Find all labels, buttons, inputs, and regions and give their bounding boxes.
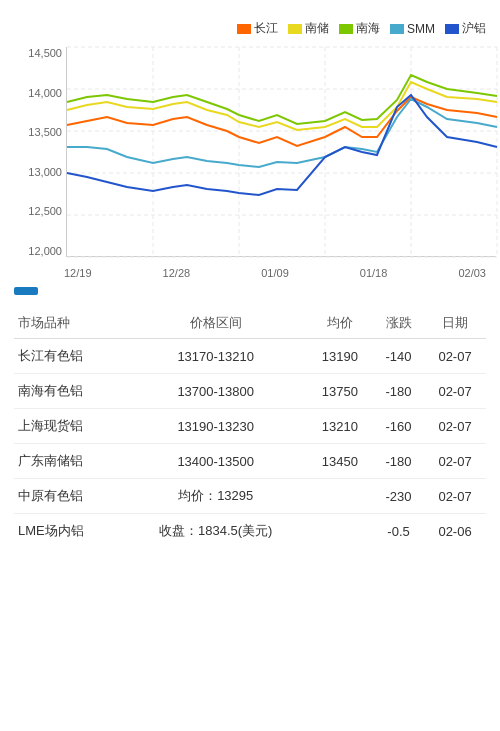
legend-color (339, 24, 353, 34)
chart-wrapper: 14,500 14,000 13,500 13,000 12,500 12,00… (14, 47, 486, 257)
legend-color (288, 24, 302, 34)
legend-label: SMM (407, 22, 435, 36)
cell-change: -140 (373, 339, 424, 374)
legend-item-SMM: SMM (390, 22, 435, 36)
cell-date: 02-07 (424, 479, 486, 514)
cell-date: 02-06 (424, 514, 486, 549)
cell-range: 13400-13500 (125, 444, 307, 479)
col-range: 价格区间 (125, 308, 307, 339)
cell-change: -160 (373, 409, 424, 444)
legend-color (445, 24, 459, 34)
cell-avg: 13210 (307, 409, 373, 444)
cell-date: 02-07 (424, 374, 486, 409)
chart-legend: 长江南储南海SMM沪铝 (237, 20, 486, 37)
price-table: 市场品种 价格区间 均价 涨跌 日期 长江有色铝 13170-13210 131… (14, 308, 486, 548)
cell-change: -180 (373, 444, 424, 479)
cell-range: 13170-13210 (125, 339, 307, 374)
nanhai-line (67, 75, 497, 124)
cell-avg (307, 479, 373, 514)
col-market: 市场品种 (14, 308, 125, 339)
smm-line (67, 99, 497, 167)
col-avg: 均价 (307, 308, 373, 339)
cell-range: 收盘：1834.5(美元) (125, 514, 307, 549)
table-row: 长江有色铝 13170-13210 13190 -140 02-07 (14, 339, 486, 374)
cell-change: -180 (373, 374, 424, 409)
legend-item-沪铝: 沪铝 (445, 20, 486, 37)
table-row: 南海有色铝 13700-13800 13750 -180 02-07 (14, 374, 486, 409)
col-date: 日期 (424, 308, 486, 339)
cell-market: 长江有色铝 (14, 339, 125, 374)
cell-change: -0.5 (373, 514, 424, 549)
legend-item-南海: 南海 (339, 20, 380, 37)
cell-range: 13190-13230 (125, 409, 307, 444)
cell-avg (307, 514, 373, 549)
cell-market: 广东南储铝 (14, 444, 125, 479)
cell-range: 均价：13295 (125, 479, 307, 514)
cell-market: 中原有色铝 (14, 479, 125, 514)
legend-label: 南储 (305, 20, 329, 37)
legend-item-南储: 南储 (288, 20, 329, 37)
table-row: 广东南储铝 13400-13500 13450 -180 02-07 (14, 444, 486, 479)
table-row: 上海现货铝 13190-13230 13210 -160 02-07 (14, 409, 486, 444)
cell-date: 02-07 (424, 444, 486, 479)
cell-avg: 13450 (307, 444, 373, 479)
legend-label: 长江 (254, 20, 278, 37)
cell-market: 南海有色铝 (14, 374, 125, 409)
cell-avg: 13190 (307, 339, 373, 374)
cell-date: 02-07 (424, 339, 486, 374)
legend-color (390, 24, 404, 34)
col-change: 涨跌 (373, 308, 424, 339)
legend-item-长江: 长江 (237, 20, 278, 37)
cell-market: 上海现货铝 (14, 409, 125, 444)
chart-svg (66, 47, 496, 257)
legend-label: 南海 (356, 20, 380, 37)
legend-color (237, 24, 251, 34)
cell-date: 02-07 (424, 409, 486, 444)
cell-range: 13700-13800 (125, 374, 307, 409)
y-axis: 14,500 14,000 13,500 13,000 12,500 12,00… (16, 47, 62, 257)
table-row: LME场内铝 收盘：1834.5(美元) -0.5 02-06 (14, 514, 486, 549)
cell-change: -230 (373, 479, 424, 514)
today-price-header (14, 287, 38, 295)
cell-avg: 13750 (307, 374, 373, 409)
cell-market: LME场内铝 (14, 514, 125, 549)
x-axis: 12/19 12/28 01/09 01/18 02/03 (14, 267, 486, 279)
table-row: 中原有色铝 均价：13295 -230 02-07 (14, 479, 486, 514)
legend-label: 沪铝 (462, 20, 486, 37)
